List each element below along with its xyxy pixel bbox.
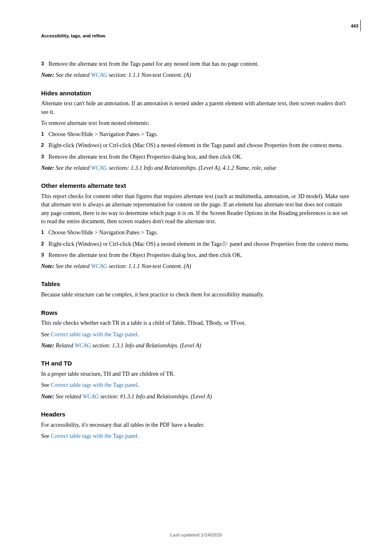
list-num: 1 [41,130,48,139]
list-text-after: panel and choose Properties from the con… [228,241,349,247]
list-item: 1 Choose Show/Hide > Navigation Panes > … [41,130,351,139]
wcag-link[interactable]: WCAG [91,72,108,78]
note: Note: See the related WCAG section: 1.1.… [41,262,351,271]
paragraph: In a proper table structure, TH and TD a… [41,370,351,378]
see-before: See [41,331,51,338]
page-number: 443 [351,23,358,30]
see-after: . [138,382,139,388]
list-text: Choose Show/Hide > Navigation Panes > Ta… [48,229,351,237]
heading-th-td: TH and TD [41,359,351,368]
note-label: Note: [41,72,54,78]
see-link: See Correct table tags with the Tags pan… [41,381,351,389]
wcag-link[interactable]: WCAG [75,342,91,349]
list-text: Remove the alternate text from the Objec… [48,153,351,161]
see-after: . [138,331,139,338]
list-item: 3 Remove the alternate text from the Obj… [41,251,351,259]
paragraph: For accessibility, it's necessary that a… [41,421,351,429]
paragraph: This report checks for content other tha… [41,192,351,226]
heading-headers: Headers [41,410,351,419]
wcag-link[interactable]: WCAG [91,165,108,171]
wcag-link[interactable]: WCAG [91,263,108,269]
list-text: Remove the alternate text from the Objec… [48,251,351,259]
list-num: 3 [41,153,48,161]
note-after: section: 1.3.1 Info and Relationships. (… [91,342,201,349]
page-num-rule [360,20,361,31]
paragraph: This rule checks whether each TR in a ta… [41,319,351,327]
note-before: See the related [54,263,91,269]
list-text: Choose Show/Hide > Navigation Panes > Ta… [48,130,351,139]
correct-table-tags-link[interactable]: Correct table tags with the Tags panel. [51,433,139,439]
see-link: See Correct table tags with the Tags pan… [41,432,351,440]
correct-table-tags-link[interactable]: Correct table tags with the Tags panel [51,382,138,388]
list-num: 1 [41,229,48,237]
see-before: See [41,433,51,439]
heading-rows: Rows [41,308,351,317]
note-before: Related [54,342,75,349]
tag-icon [222,240,228,245]
list-item: 3 Remove the alternate text from the Tag… [41,60,351,68]
note-before: See the related [54,72,91,78]
paragraph: Because table structure can be complex, … [41,291,351,299]
list-item: 2 Right-click (Windows) or Ctrl-click (M… [41,240,351,248]
list-num: 2 [41,240,48,248]
note: Note: See related WCAG section: #1.3.1 I… [41,393,351,401]
heading-tables: Tables [41,280,351,289]
note-before: See the related [54,165,91,171]
note-label: Note: [41,342,54,349]
note: Note: See the related WCAG section: 1.1.… [41,71,351,79]
see-link: See Correct table tags with the Tags pan… [41,331,351,339]
list-text: Right-click (Windows) or Ctrl-click (Mac… [48,240,351,248]
paragraph: Alternate text can't hide an annotation.… [41,99,351,116]
note-label: Note: [41,263,54,269]
heading-hides-annotation: Hides annotation [41,89,351,98]
note: Note: See the related WCAG sections: 1.3… [41,164,351,172]
list-text: Remove the alternate text from the Tags … [48,60,351,68]
correct-table-tags-link[interactable]: Correct table tags with the Tags panel [51,331,138,338]
heading-other-elements: Other elements alternate text [41,181,351,190]
list-item: 2 Right-click (Windows) or Ctrl-click (M… [41,141,351,150]
note-after: section: 1.1.1 Non-text Content. (A) [107,72,191,78]
list-text-before: Right-click (Windows) or Ctrl-click (Mac… [48,241,222,247]
note-after: section: 1.1.1 Non-text Content. (A) [107,263,191,269]
wcag-link[interactable]: WCAG [83,393,99,400]
list-item: 3 Remove the alternate text from the Obj… [41,153,351,161]
list-text: Right-click (Windows) or Ctrl-click (Mac… [48,141,351,150]
list-num: 2 [41,141,48,150]
note: Note: Related WCAG section: 1.3.1 Info a… [41,342,351,350]
svg-point-0 [224,243,224,243]
page-header-label: Accessibility, tags, and reflow [41,33,351,39]
note-after: sections: 1.3.1 Info and Relationships. … [107,165,276,171]
note-label: Note: [41,393,54,400]
note-label: Note: [41,165,54,171]
list-num: 3 [41,251,48,259]
paragraph: To remove alternate text from nested ele… [41,119,351,127]
note-before: See related [54,393,83,400]
note-after: section: #1.3.1 Info and Relationships. … [99,393,212,400]
footer-last-updated: Last updated 1/14/2015 [0,532,392,539]
list-item: 1 Choose Show/Hide > Navigation Panes > … [41,229,351,237]
see-before: See [41,382,51,388]
list-num: 3 [41,60,48,68]
